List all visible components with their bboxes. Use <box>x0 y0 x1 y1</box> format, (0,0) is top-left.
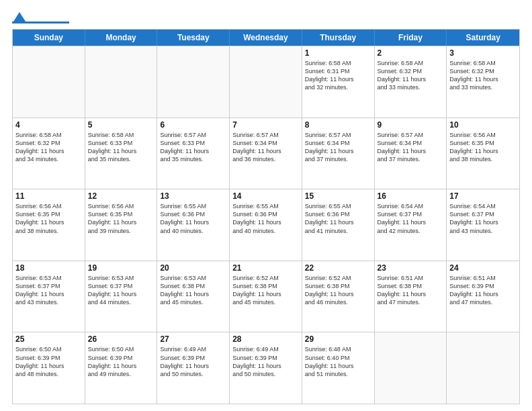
calendar-cell: 2Sunrise: 6:58 AM Sunset: 6:32 PM Daylig… <box>375 46 447 118</box>
day-number: 12 <box>88 191 154 201</box>
calendar: SundayMondayTuesdayWednesdayThursdayFrid… <box>12 29 520 404</box>
day-number: 29 <box>305 334 371 344</box>
day-number: 26 <box>88 334 154 344</box>
day-info: Sunrise: 6:58 AM Sunset: 6:32 PM Dayligh… <box>378 59 444 92</box>
day-number: 13 <box>160 191 226 201</box>
day-info: Sunrise: 6:58 AM Sunset: 6:32 PM Dayligh… <box>449 59 517 92</box>
day-header-sunday: Sunday <box>13 30 85 46</box>
day-number: 25 <box>15 334 82 344</box>
day-info: Sunrise: 6:48 AM Sunset: 6:40 PM Dayligh… <box>305 345 371 378</box>
day-info: Sunrise: 6:58 AM Sunset: 6:33 PM Dayligh… <box>88 131 154 164</box>
day-number: 15 <box>305 191 371 201</box>
day-number: 21 <box>232 263 299 273</box>
calendar-cell: 6Sunrise: 6:57 AM Sunset: 6:33 PM Daylig… <box>157 118 230 189</box>
calendar-cell: 4Sunrise: 6:58 AM Sunset: 6:32 PM Daylig… <box>13 118 85 189</box>
calendar-cell: 7Sunrise: 6:57 AM Sunset: 6:34 PM Daylig… <box>230 118 302 189</box>
day-info: Sunrise: 6:57 AM Sunset: 6:34 PM Dayligh… <box>378 131 444 164</box>
calendar-cell <box>447 332 519 404</box>
day-number: 22 <box>305 263 371 273</box>
day-info: Sunrise: 6:56 AM Sunset: 6:35 PM Dayligh… <box>15 202 82 235</box>
day-info: Sunrise: 6:58 AM Sunset: 6:31 PM Dayligh… <box>305 59 371 92</box>
day-info: Sunrise: 6:55 AM Sunset: 6:36 PM Dayligh… <box>160 202 226 235</box>
calendar-cell: 23Sunrise: 6:51 AM Sunset: 6:38 PM Dayli… <box>375 261 447 332</box>
day-info: Sunrise: 6:53 AM Sunset: 6:37 PM Dayligh… <box>88 274 154 307</box>
day-info: Sunrise: 6:53 AM Sunset: 6:38 PM Dayligh… <box>160 274 226 307</box>
calendar-cell: 29Sunrise: 6:48 AM Sunset: 6:40 PM Dayli… <box>302 332 375 404</box>
calendar-header-row: SundayMondayTuesdayWednesdayThursdayFrid… <box>13 30 519 46</box>
calendar-cell: 12Sunrise: 6:56 AM Sunset: 6:35 PM Dayli… <box>85 189 158 261</box>
calendar-cell: 8Sunrise: 6:57 AM Sunset: 6:34 PM Daylig… <box>302 118 375 189</box>
day-info: Sunrise: 6:49 AM Sunset: 6:39 PM Dayligh… <box>232 345 299 378</box>
calendar-cell: 11Sunrise: 6:56 AM Sunset: 6:35 PM Dayli… <box>13 189 85 261</box>
calendar-cell: 17Sunrise: 6:54 AM Sunset: 6:37 PM Dayli… <box>447 189 519 261</box>
calendar-cell <box>85 46 158 118</box>
day-info: Sunrise: 6:52 AM Sunset: 6:38 PM Dayligh… <box>232 274 299 307</box>
day-header-saturday: Saturday <box>447 30 519 46</box>
day-info: Sunrise: 6:50 AM Sunset: 6:39 PM Dayligh… <box>88 345 154 378</box>
day-header-thursday: Thursday <box>302 30 375 46</box>
day-number: 2 <box>378 48 444 58</box>
day-number: 11 <box>15 191 82 201</box>
calendar-cell: 14Sunrise: 6:55 AM Sunset: 6:36 PM Dayli… <box>230 189 302 261</box>
day-number: 5 <box>88 120 154 130</box>
day-header-monday: Monday <box>85 30 158 46</box>
calendar-cell: 18Sunrise: 6:53 AM Sunset: 6:37 PM Dayli… <box>13 261 85 332</box>
calendar-week-1: 1Sunrise: 6:58 AM Sunset: 6:31 PM Daylig… <box>13 46 519 118</box>
day-number: 28 <box>232 334 299 344</box>
calendar-cell: 16Sunrise: 6:54 AM Sunset: 6:37 PM Dayli… <box>375 189 447 261</box>
calendar-cell: 10Sunrise: 6:56 AM Sunset: 6:35 PM Dayli… <box>447 118 519 189</box>
calendar-cell: 24Sunrise: 6:51 AM Sunset: 6:39 PM Dayli… <box>447 261 519 332</box>
day-number: 20 <box>160 263 226 273</box>
day-info: Sunrise: 6:49 AM Sunset: 6:39 PM Dayligh… <box>160 345 226 378</box>
calendar-cell <box>230 46 302 118</box>
day-number: 7 <box>232 120 299 130</box>
svg-marker-0 <box>13 12 26 21</box>
day-info: Sunrise: 6:55 AM Sunset: 6:36 PM Dayligh… <box>305 202 371 235</box>
day-info: Sunrise: 6:54 AM Sunset: 6:37 PM Dayligh… <box>378 202 444 235</box>
calendar-week-3: 11Sunrise: 6:56 AM Sunset: 6:35 PM Dayli… <box>13 189 519 261</box>
header <box>12 11 520 24</box>
logo <box>12 11 69 24</box>
calendar-cell: 13Sunrise: 6:55 AM Sunset: 6:36 PM Dayli… <box>157 189 230 261</box>
day-number: 6 <box>160 120 226 130</box>
day-info: Sunrise: 6:56 AM Sunset: 6:35 PM Dayligh… <box>88 202 154 235</box>
calendar-cell: 26Sunrise: 6:50 AM Sunset: 6:39 PM Dayli… <box>85 332 158 404</box>
calendar-cell <box>157 46 230 118</box>
calendar-week-5: 25Sunrise: 6:50 AM Sunset: 6:39 PM Dayli… <box>13 332 519 404</box>
day-number: 9 <box>378 120 444 130</box>
calendar-cell: 22Sunrise: 6:52 AM Sunset: 6:38 PM Dayli… <box>302 261 375 332</box>
calendar-cell: 20Sunrise: 6:53 AM Sunset: 6:38 PM Dayli… <box>157 261 230 332</box>
calendar-week-4: 18Sunrise: 6:53 AM Sunset: 6:37 PM Dayli… <box>13 261 519 332</box>
day-number: 23 <box>378 263 444 273</box>
day-number: 10 <box>449 120 517 130</box>
day-number: 14 <box>232 191 299 201</box>
day-info: Sunrise: 6:58 AM Sunset: 6:32 PM Dayligh… <box>15 131 82 164</box>
day-number: 1 <box>305 48 371 58</box>
day-number: 17 <box>449 191 517 201</box>
day-header-tuesday: Tuesday <box>157 30 230 46</box>
day-info: Sunrise: 6:53 AM Sunset: 6:37 PM Dayligh… <box>15 274 82 307</box>
day-number: 3 <box>449 48 517 58</box>
day-header-wednesday: Wednesday <box>230 30 302 46</box>
day-header-friday: Friday <box>375 30 447 46</box>
day-info: Sunrise: 6:51 AM Sunset: 6:38 PM Dayligh… <box>378 274 444 307</box>
calendar-cell: 28Sunrise: 6:49 AM Sunset: 6:39 PM Dayli… <box>230 332 302 404</box>
calendar-cell: 27Sunrise: 6:49 AM Sunset: 6:39 PM Dayli… <box>157 332 230 404</box>
day-number: 27 <box>160 334 226 344</box>
calendar-cell: 25Sunrise: 6:50 AM Sunset: 6:39 PM Dayli… <box>13 332 85 404</box>
day-info: Sunrise: 6:57 AM Sunset: 6:33 PM Dayligh… <box>160 131 226 164</box>
calendar-cell: 9Sunrise: 6:57 AM Sunset: 6:34 PM Daylig… <box>375 118 447 189</box>
day-number: 16 <box>378 191 444 201</box>
calendar-cell <box>375 332 447 404</box>
day-info: Sunrise: 6:50 AM Sunset: 6:39 PM Dayligh… <box>15 345 82 378</box>
calendar-cell: 5Sunrise: 6:58 AM Sunset: 6:33 PM Daylig… <box>85 118 158 189</box>
calendar-cell: 19Sunrise: 6:53 AM Sunset: 6:37 PM Dayli… <box>85 261 158 332</box>
day-info: Sunrise: 6:57 AM Sunset: 6:34 PM Dayligh… <box>232 131 299 164</box>
day-number: 8 <box>305 120 371 130</box>
day-number: 19 <box>88 263 154 273</box>
day-info: Sunrise: 6:51 AM Sunset: 6:39 PM Dayligh… <box>449 274 517 307</box>
day-info: Sunrise: 6:52 AM Sunset: 6:38 PM Dayligh… <box>305 274 371 307</box>
calendar-cell: 1Sunrise: 6:58 AM Sunset: 6:31 PM Daylig… <box>302 46 375 118</box>
day-info: Sunrise: 6:54 AM Sunset: 6:37 PM Dayligh… <box>449 202 517 235</box>
day-info: Sunrise: 6:57 AM Sunset: 6:34 PM Dayligh… <box>305 131 371 164</box>
